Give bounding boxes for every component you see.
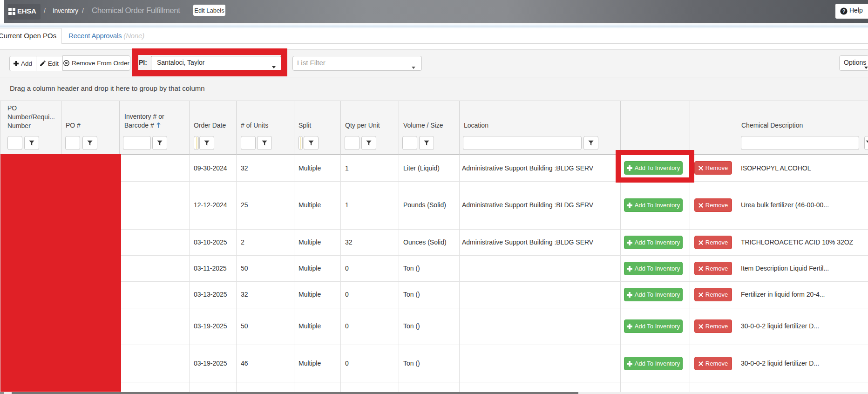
svg-text:?: ?	[842, 8, 846, 14]
